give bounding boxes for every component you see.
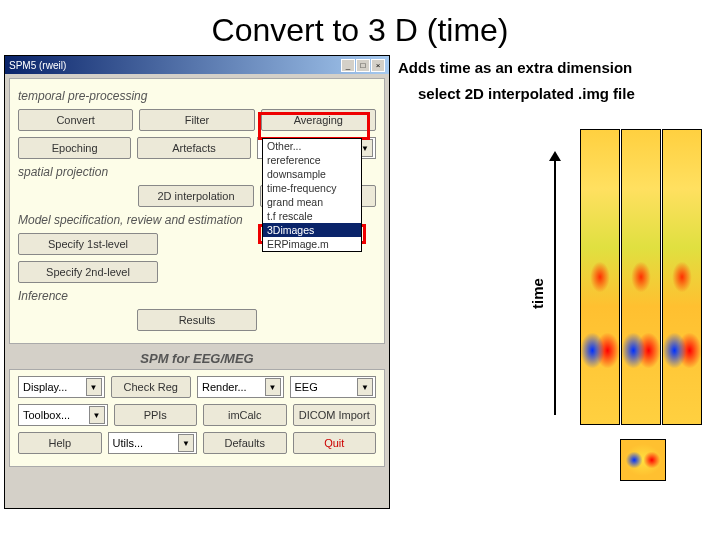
content-area: SPM5 (rweil) _ □ × temporal pre-processi… [0,55,720,535]
minimize-button[interactable]: _ [341,59,355,72]
epoching-button[interactable]: Epoching [18,137,131,159]
display-label: Display... [23,381,67,393]
menu-item-downsample[interactable]: downsample [263,167,361,181]
heatmap-topo [620,439,666,481]
menu-item-rereference[interactable]: rereference [263,153,361,167]
window-title: SPM5 (rweil) [9,60,66,71]
imcalc-button[interactable]: imCalc [203,404,287,426]
filter-button[interactable]: Filter [139,109,254,131]
display-dropdown[interactable]: Display...▼ [18,376,105,398]
utils-label: Utils... [113,437,144,449]
specify1-button[interactable]: Specify 1st-level [18,233,158,255]
quit-button[interactable]: Quit [293,432,377,454]
toolbox-dropdown[interactable]: Toolbox...▼ [18,404,108,426]
titlebar-buttons: _ □ × [341,59,385,72]
spm-window: SPM5 (rweil) _ □ × temporal pre-processi… [4,55,390,509]
chevron-down-icon[interactable]: ▼ [86,378,102,396]
render-label: Render... [202,381,247,393]
arrow-line [554,157,556,415]
heatmap-strip-2 [621,129,661,425]
averaging-button[interactable]: Averaging [261,109,376,131]
bottom-panel: Display...▼ Check Reg Render...▼ EEG▼ To… [9,369,385,467]
section-inference: Inference [18,289,376,303]
slide-title: Convert to 3 D (time) [0,0,720,55]
other-dropdown-menu[interactable]: Other... rereference downsample time-fre… [262,138,362,252]
menu-item-other[interactable]: Other... [263,139,361,153]
artefacts-button[interactable]: Artefacts [137,137,250,159]
chevron-down-icon[interactable]: ▼ [265,378,281,396]
window-titlebar: SPM5 (rweil) _ □ × [5,56,389,74]
eeg-label: EEG [295,381,318,393]
help-button[interactable]: Help [18,432,102,454]
annotation-adds-time: Adds time as an extra dimension [398,59,632,76]
time-axis-arrow [546,147,562,417]
close-button[interactable]: × [371,59,385,72]
maximize-button[interactable]: □ [356,59,370,72]
convert-button[interactable]: Convert [18,109,133,131]
chevron-down-icon[interactable]: ▼ [357,378,373,396]
toolbox-label: Toolbox... [23,409,70,421]
render-dropdown[interactable]: Render...▼ [197,376,284,398]
utils-dropdown[interactable]: Utils...▼ [108,432,198,454]
annotation-select-file: select 2D interpolated .img file [418,85,635,102]
menu-item-timefreq[interactable]: time-frequency [263,181,361,195]
eeg-dropdown[interactable]: EEG▼ [290,376,377,398]
section-temporal: temporal pre-processing [18,89,376,103]
dicom-button[interactable]: DICOM Import [293,404,377,426]
results-button[interactable]: Results [137,309,257,331]
chevron-down-icon[interactable]: ▼ [89,406,105,424]
time-axis-label: time [529,278,546,309]
defaults-button[interactable]: Defaults [203,432,287,454]
specify2-button[interactable]: Specify 2nd-level [18,261,158,283]
menu-item-tfrescale[interactable]: t.f rescale [263,209,361,223]
ppis-button[interactable]: PPIs [114,404,198,426]
chevron-down-icon[interactable]: ▼ [178,434,194,452]
checkreg-button[interactable]: Check Reg [111,376,192,398]
menu-item-erpimage[interactable]: ERPimage.m [263,237,361,251]
heatmap-strip-3 [662,129,702,425]
app-footer-label: SPM for EEG/MEG [5,348,389,369]
interp2d-button[interactable]: 2D interpolation [138,185,254,207]
heatmap-strip-1 [580,129,620,425]
menu-item-grandmean[interactable]: grand mean [263,195,361,209]
menu-item-3dimages[interactable]: 3Dimages [263,223,361,237]
